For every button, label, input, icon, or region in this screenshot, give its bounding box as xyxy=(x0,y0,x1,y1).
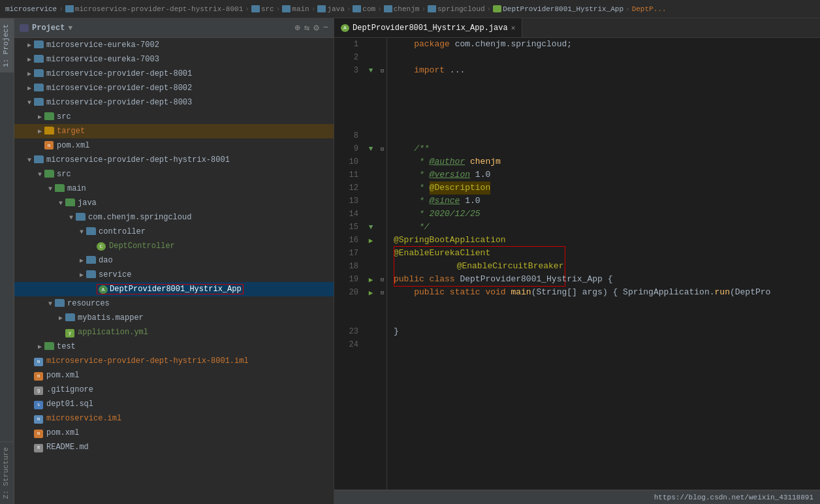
tree-item-controller[interactable]: ▼ controller xyxy=(14,225,334,239)
settings-button[interactable]: ⚙ xyxy=(313,22,319,33)
tab-icon: A xyxy=(341,24,349,32)
tree-item-dao[interactable]: ▶ dao xyxy=(14,253,334,268)
fold-9[interactable]: ⊟ xyxy=(378,142,386,155)
run-marker-16[interactable]: ▶ xyxy=(369,236,373,245)
tree-item-service[interactable]: ▶ service xyxy=(14,268,334,282)
sidebar-header: Project ▼ ⊕ ⇆ ⚙ − xyxy=(14,18,334,38)
bc-extra[interactable]: DeptP... xyxy=(632,5,667,13)
tab-structure[interactable]: Z: Structure xyxy=(0,441,14,504)
tree-item-iml[interactable]: ▶ m microservice-provider-dept-hystrix-8… xyxy=(14,354,334,368)
tree-item-microservice-iml[interactable]: ▶ m microservice.iml xyxy=(14,411,334,426)
folder-icon-chenjm xyxy=(384,5,392,12)
bc-java[interactable]: java xyxy=(327,5,344,13)
line-1: package com.chenjm.springcloud; xyxy=(394,38,813,51)
fold-19[interactable]: ⊟ xyxy=(378,273,386,286)
bc-main[interactable]: main xyxy=(292,5,309,13)
fold-20[interactable]: ⊟ xyxy=(378,286,386,299)
line-24 xyxy=(394,338,813,351)
sidebar-actions: ⊕ ⇆ ⚙ − xyxy=(294,22,328,33)
line-15: */ xyxy=(394,221,813,234)
tree-item-target8003[interactable]: ▶ target xyxy=(14,124,334,138)
bc-microservice[interactable]: microservice xyxy=(5,5,57,13)
tab-close-button[interactable]: ✕ xyxy=(511,24,516,32)
line-11: * @version 1.0 xyxy=(394,168,813,181)
run-marker-19[interactable]: ▶ xyxy=(369,276,373,284)
line-numbers: 1 2 3 8 9 10 11 12 13 14 15 16 17 18 19 … xyxy=(334,38,364,490)
blank-lines-21-22 xyxy=(394,299,813,325)
tree-item-dept8001[interactable]: ▶ microservice-provider-dept-8001 xyxy=(14,67,334,81)
line-3: import ... xyxy=(394,64,813,77)
code-editor[interactable]: package com.chenjm.springcloud; import .… xyxy=(387,38,820,490)
tree-item-main[interactable]: ▼ main xyxy=(14,181,334,196)
line-19: public class DeptProvider8001_Hystrix_Ap… xyxy=(394,273,813,286)
selected-file-box: A DeptProvider8001_Hystrix_App xyxy=(97,284,244,294)
tree-item-resources[interactable]: ▼ resources xyxy=(14,296,334,311)
bc-com[interactable]: com xyxy=(362,5,375,13)
tree-item-hystrix-app[interactable]: ▶ A DeptProvider8001_Hystrix_App xyxy=(14,282,334,296)
locate-button[interactable]: ⊕ xyxy=(294,22,300,33)
gutter: ▼ ▼ ▼ ▶ xyxy=(364,38,378,490)
tree-item-mybatis[interactable]: ▶ mybatis.mapper xyxy=(14,311,334,325)
folder-icon-spring xyxy=(428,5,436,12)
editor-tabs: A DeptProvider8001_Hystrix_App.java ✕ xyxy=(334,18,820,38)
blank-lines-4-7 xyxy=(394,77,813,129)
editor-area: A DeptProvider8001_Hystrix_App.java ✕ 1 … xyxy=(334,18,820,504)
minimize-button[interactable]: − xyxy=(323,22,328,33)
collapse-button[interactable]: ⇆ xyxy=(304,22,309,33)
line-2 xyxy=(394,51,813,64)
bc-hystrix[interactable]: microservice-provider-dept-hystrix-8001 xyxy=(75,5,243,13)
spring-icon: A xyxy=(99,285,108,294)
sidebar-title: Project ▼ xyxy=(20,24,289,33)
tree-item-package[interactable]: ▼ com.chenjm.springcloud xyxy=(14,210,334,225)
line-13: * @since 1.0 xyxy=(394,195,813,208)
status-bar: https://blog.csdn.net/weixin_43118891 xyxy=(334,490,820,504)
tree-item-eureka7002[interactable]: ▶ microservice-eureka-7002 xyxy=(14,38,334,52)
tree-item-readme[interactable]: ▶ R README.md xyxy=(14,440,334,454)
left-panel-tabs: 1: Project Z: Structure xyxy=(0,18,14,504)
folder-icon-main xyxy=(282,5,291,12)
bc-chenjm[interactable]: chenjm xyxy=(394,5,420,13)
tree-item-sql[interactable]: ▶ s dept01.sql xyxy=(14,397,334,411)
status-url: https://blog.csdn.net/weixin_43118891 xyxy=(654,494,813,501)
line-12: * @Description xyxy=(394,181,813,195)
tree-item-hystrix8001[interactable]: ▼ microservice-provider-dept-hystrix-800… xyxy=(14,153,334,167)
run-marker-20[interactable]: ▶ xyxy=(369,289,373,297)
tree-item-java[interactable]: ▼ java xyxy=(14,196,334,210)
project-sidebar: Project ▼ ⊕ ⇆ ⚙ − ▶ microservice-eureka-… xyxy=(14,18,334,504)
tree-item-pom-root[interactable]: ▶ m pom.xml xyxy=(14,426,334,440)
bc-folder-icon: microservice-provider-dept-hystrix-8001 xyxy=(65,5,243,13)
fold-marker-3[interactable]: ▼ xyxy=(369,67,373,74)
folder-icon-src xyxy=(251,5,260,12)
tree-item-src8003[interactable]: ▶ src xyxy=(14,110,334,124)
tree-item-dept8003[interactable]: ▼ microservice-provider-dept-8003 xyxy=(14,95,334,110)
breadcrumb: microservice › microservice-provider-dep… xyxy=(0,0,820,18)
fold-marker-9[interactable]: ▼ xyxy=(369,145,373,153)
line-18: @EnableCircuitBreaker xyxy=(394,260,813,273)
line-9: /** xyxy=(394,142,813,155)
tree-item-appyml[interactable]: ▶ y application.yml xyxy=(14,325,334,339)
fold-column: ⊟ ⊟ ⊟ ⊟ xyxy=(378,38,387,490)
bc-src[interactable]: src xyxy=(261,5,274,13)
line-8 xyxy=(394,129,813,142)
bc-class[interactable]: DeptProvider8001_Hystrix_App xyxy=(503,5,623,13)
tree-item-src-hystrix[interactable]: ▼ src xyxy=(14,167,334,181)
tree-item-deptcontroller[interactable]: ▶ C DeptController xyxy=(14,239,334,253)
tree-item-gitignore[interactable]: ▶ g .gitignore xyxy=(14,383,334,397)
line-20: public static void main(String[] args) {… xyxy=(394,286,813,299)
line-23: } xyxy=(394,325,813,338)
tree-item-pom-hystrix[interactable]: ▶ m pom.xml xyxy=(14,368,334,383)
tab-label: DeptProvider8001_Hystrix_App.java xyxy=(353,24,508,33)
tree-item-eureka7003[interactable]: ▶ microservice-eureka-7003 xyxy=(14,52,334,67)
tree-item-test[interactable]: ▶ test xyxy=(14,339,334,354)
tree-item-pom8003[interactable]: ▶ m pom.xml xyxy=(14,138,334,153)
bc-springcloud[interactable]: springcloud xyxy=(437,5,485,13)
folder-icon-java xyxy=(317,5,326,12)
line-10: * @author chenjm xyxy=(394,155,813,168)
fold-3[interactable]: ⊟ xyxy=(378,64,386,77)
fold-marker-15[interactable]: ▼ xyxy=(369,223,373,231)
tree-item-dept8002[interactable]: ▶ microservice-provider-dept-8002 xyxy=(14,81,334,95)
editor-tab-main[interactable]: A DeptProvider8001_Hystrix_App.java ✕ xyxy=(334,18,522,37)
project-icon xyxy=(20,24,29,32)
tab-project[interactable]: 1: Project xyxy=(0,18,14,72)
editor-content: 1 2 3 8 9 10 11 12 13 14 15 16 17 18 19 … xyxy=(334,38,820,490)
